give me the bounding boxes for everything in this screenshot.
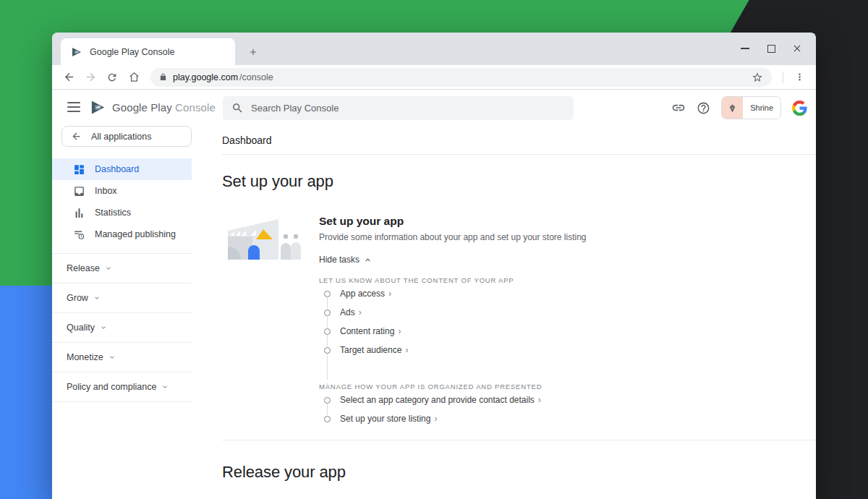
window-controls (739, 41, 803, 56)
task-connector-line (327, 354, 328, 380)
chevron-down-icon (161, 383, 169, 391)
promo-background: Google Play Console (0, 0, 868, 499)
sidebar-item-dashboard[interactable]: Dashboard (52, 158, 192, 180)
minimize-icon (741, 48, 749, 49)
play-console-logo[interactable]: Google Play Console (90, 99, 216, 116)
play-console-logo-icon (90, 99, 106, 116)
google-logo-icon (792, 101, 807, 116)
setup-card: Set up your app Provide some information… (222, 215, 816, 428)
browser-window: Google Play Console (52, 33, 816, 499)
chevron-up-icon (364, 256, 372, 264)
sidebar-item-inbox[interactable]: Inbox (52, 180, 192, 202)
task-app-access[interactable]: App access› (319, 284, 816, 303)
sidebar-sections: ReleaseGrowQualityMonetizePolicy and com… (52, 253, 192, 402)
task-content-rating[interactable]: Content rating› (319, 322, 816, 341)
task-select-an-app-category-and-provide-contact-details[interactable]: Select an app category and provide conta… (319, 391, 816, 409)
setup-card-title: Set up your app (319, 215, 816, 228)
sidebar-section-release[interactable]: Release (52, 253, 192, 283)
help-button[interactable] (697, 101, 710, 115)
sidebar-section-label: Grow (67, 293, 88, 303)
task-status-circle-icon (324, 397, 331, 404)
sidebar-section-label: Monetize (67, 352, 103, 362)
forward-button[interactable] (81, 68, 100, 87)
maximize-button[interactable] (765, 43, 777, 54)
minimize-button[interactable] (739, 43, 751, 54)
url-bar[interactable]: play.google.com/console (150, 68, 772, 87)
new-tab-button[interactable] (243, 42, 263, 61)
close-button[interactable] (791, 43, 803, 54)
tab-title: Google Play Console (90, 47, 174, 57)
task-label: Select an app category and provide conta… (340, 395, 535, 405)
chevron-right-icon: › (405, 345, 408, 355)
sidebar-section-policy-and-compliance[interactable]: Policy and compliance (52, 372, 192, 402)
sidebar-section-monetize[interactable]: Monetize (52, 342, 192, 372)
sidebar-section-label: Quality (67, 323, 95, 333)
page-title: Dashboard (222, 135, 816, 149)
close-icon (792, 43, 802, 54)
task-status-circle-icon (324, 310, 331, 316)
shrine-gem-icon (722, 97, 743, 119)
task-group-label: MANAGE HOW YOUR APP IS ORGANIZED AND PRE… (319, 383, 816, 391)
sidebar-item-label: Inbox (95, 186, 117, 196)
release-section-heading: Release your app (222, 463, 816, 482)
bookmark-button[interactable] (752, 72, 763, 83)
task-target-audience[interactable]: Target audience› (319, 341, 816, 359)
main-content: Dashboard Set up your app (192, 126, 816, 499)
setup-section-heading: Set up your app (222, 172, 816, 191)
browser-tab[interactable]: Google Play Console (61, 38, 235, 65)
chevron-down-icon (93, 294, 101, 302)
toolbar-divider (783, 72, 783, 83)
back-arrow-icon (63, 71, 75, 83)
search-input[interactable]: Search Play Console (223, 96, 574, 120)
sidebar-item-statistics[interactable]: Statistics (52, 202, 192, 223)
setup-card-body: Set up your app Provide some information… (319, 215, 816, 428)
reload-button[interactable] (103, 68, 122, 87)
play-console-app: Google Play Console Search Play Console (52, 90, 816, 499)
star-icon (752, 72, 763, 83)
chevron-down-icon (109, 354, 116, 361)
chevron-down-icon (105, 265, 112, 272)
url-text: play.google.com/console (173, 72, 273, 82)
task-status-circle-icon (324, 328, 331, 335)
sidebar-section-grow[interactable]: Grow (52, 283, 192, 312)
maximize-icon (767, 45, 775, 53)
task-group-label: LET US KNOW ABOUT THE CONTENT OF YOUR AP… (319, 276, 816, 284)
browser-menu-button[interactable] (790, 68, 809, 87)
link-button[interactable] (671, 101, 686, 115)
storefront-illustration (222, 215, 304, 260)
sidebar-section-quality[interactable]: Quality (52, 312, 192, 342)
brand-text: Google Play Console (112, 101, 216, 114)
task-status-circle-icon (324, 416, 331, 422)
plus-icon (248, 47, 258, 57)
app-account-chip[interactable]: Shrine (721, 96, 781, 119)
help-icon (697, 101, 710, 115)
search-icon (231, 102, 244, 114)
sidebar-item-label: Dashboard (95, 164, 139, 174)
task-group-2: MANAGE HOW YOUR APP IS ORGANIZED AND PRE… (319, 383, 816, 428)
task-ads[interactable]: Ads› (319, 303, 816, 322)
google-account-button[interactable] (792, 101, 807, 116)
task-label: App access (340, 289, 385, 299)
home-icon (128, 71, 140, 83)
hide-tasks-toggle[interactable]: Hide tasks (319, 255, 816, 265)
task-set-up-your-store-listing[interactable]: Set up your store listing› (319, 409, 816, 428)
app-account-name: Shrine (743, 103, 780, 112)
back-button[interactable] (59, 68, 78, 87)
home-button[interactable] (124, 68, 143, 87)
divider (222, 154, 816, 155)
task-label: Target audience (340, 345, 401, 355)
all-applications-button[interactable]: All applications (61, 126, 192, 147)
forward-arrow-icon (85, 71, 97, 83)
console-header: Google Play Console Search Play Console (52, 90, 816, 126)
dashboard-icon (72, 163, 85, 176)
search-placeholder: Search Play Console (251, 103, 339, 114)
sidebar-item-label: Managed publishing (95, 229, 176, 239)
divider (222, 440, 816, 440)
chevron-right-icon: › (359, 307, 362, 317)
setup-card-subtitle: Provide some information about your app … (319, 232, 816, 242)
sidebar-item-managed-publishing[interactable]: Managed publishing (52, 223, 192, 245)
chevron-right-icon: › (538, 395, 541, 405)
reload-icon (106, 72, 118, 83)
hamburger-menu-button[interactable] (67, 102, 80, 112)
tab-strip: Google Play Console (52, 33, 816, 65)
